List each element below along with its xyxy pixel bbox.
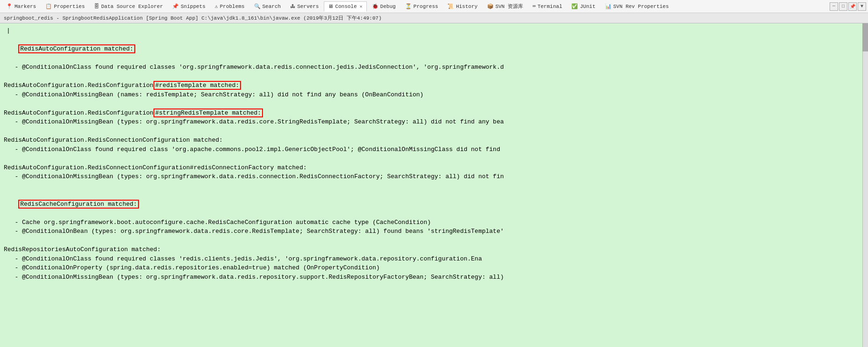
- console-line-8: RedisAutoConfiguration.RedisConfiguratio…: [4, 108, 864, 118]
- menu-button[interactable]: ▼: [858, 2, 866, 11]
- snippets-icon: 📌: [172, 3, 179, 9]
- console-line-23: - @ConditionalOnProperty (spring.data.re…: [4, 263, 864, 273]
- history-icon: 📜: [447, 3, 454, 9]
- minimize-button[interactable]: ─: [830, 2, 838, 11]
- tab-snippets[interactable]: 📌 Snippets: [168, 1, 210, 12]
- tab-servers-label: Servers: [297, 4, 319, 9]
- tab-svn-label: SVN 资源库: [496, 3, 523, 10]
- console-line-9: - @ConditionalOnMissingBean (types: org.…: [4, 117, 864, 127]
- highlight-redis-auto: RedisAutoConfiguration matched:: [18, 44, 135, 53]
- pin-button[interactable]: 📌: [848, 2, 857, 11]
- console-line-12: - @ConditionalOnClass found required cla…: [4, 145, 864, 154]
- console-line-16: [4, 181, 864, 191]
- highlight-string-redis-template: #stringRedisTemplate matched:: [153, 108, 263, 117]
- window-controls: ─ □ 📌 ▼: [830, 2, 866, 11]
- console-line-18: - Cache org.springframework.boot.autocon…: [4, 218, 864, 227]
- console-line-14: RedisAutoConfiguration.RedisConnectionCo…: [4, 163, 864, 173]
- tab-svn[interactable]: 📦 SVN 资源库: [483, 1, 527, 12]
- console-area[interactable]: | RedisAutoConfiguration matched: - @Con…: [0, 23, 868, 347]
- servers-icon: 🖧: [290, 3, 295, 9]
- console-line-5: RedisAutoConfiguration.RedisConfiguratio…: [4, 81, 864, 90]
- console-title-bar: springboot_redis - SpringbootRedisApplic…: [0, 13, 868, 23]
- vertical-scrollbar[interactable]: [862, 23, 868, 347]
- console-line-21: RedisRepositoriesAutoConfiguration match…: [4, 245, 864, 254]
- tab-progress-label: Progress: [414, 4, 438, 9]
- tab-progress[interactable]: ⏳ Progress: [401, 1, 443, 12]
- tab-properties[interactable]: 📋 Properties: [41, 1, 89, 12]
- maximize-button[interactable]: □: [839, 2, 847, 11]
- tab-datasource[interactable]: 🗄 Data Source Explorer: [90, 1, 167, 12]
- console-title: springboot_redis - SpringbootRedisApplic…: [4, 14, 382, 22]
- console-line-19: - @ConditionalOnBean (types: org.springf…: [4, 227, 864, 236]
- tab-servers[interactable]: 🖧 Servers: [286, 1, 323, 12]
- tab-history-label: History: [456, 4, 477, 9]
- problems-icon: ⚠: [215, 3, 218, 9]
- console-line-3: - @ConditionalOnClass found required cla…: [4, 63, 864, 72]
- console-line-22: - @ConditionalOnClass found required cla…: [4, 254, 864, 264]
- tab-datasource-label: Data Source Explorer: [101, 4, 163, 9]
- tab-problems[interactable]: ⚠ Problems: [211, 1, 248, 12]
- tab-debug[interactable]: 🐞 Debug: [368, 1, 400, 12]
- console-line-6: - @ConditionalOnMissingBean (names: redi…: [4, 90, 864, 100]
- tab-problems-label: Problems: [220, 4, 245, 9]
- scroll-thumb[interactable]: [862, 23, 868, 51]
- terminal-icon: ⌨: [532, 3, 536, 9]
- tab-svnrev[interactable]: 📊 SVN Rev Properties: [601, 1, 673, 12]
- tab-console[interactable]: 🖥 Console ✕: [324, 1, 366, 12]
- console-line-15: - @ConditionalOnMissingBean (types: org.…: [4, 172, 864, 181]
- console-line-7: [4, 99, 864, 108]
- console-icon: 🖥: [328, 3, 333, 9]
- tab-svnrev-label: SVN Rev Properties: [613, 4, 669, 9]
- debug-icon: 🐞: [372, 3, 379, 9]
- markers-icon: 📍: [6, 3, 13, 9]
- tab-markers[interactable]: 📍 Markers: [2, 1, 40, 12]
- tab-terminal[interactable]: ⌨ Terminal: [528, 1, 566, 12]
- tab-history[interactable]: 📜 History: [443, 1, 481, 12]
- svnrev-icon: 📊: [605, 3, 612, 9]
- tab-console-label: Console: [335, 4, 357, 9]
- tab-bar: 📍 Markers 📋 Properties 🗄 Data Source Exp…: [0, 0, 868, 13]
- console-line-2: RedisAutoConfiguration matched:: [4, 36, 864, 63]
- cursor-indicator: |: [7, 26, 10, 36]
- tab-debug-label: Debug: [380, 4, 396, 9]
- tab-snippets-label: Snippets: [181, 4, 205, 9]
- highlight-redis-cache: RedisCacheConfiguration matched:: [18, 200, 139, 209]
- console-line-24: - @ConditionalOnMissingBean (types: org.…: [4, 273, 864, 282]
- console-line-4: [4, 72, 864, 81]
- svn-icon: 📦: [487, 3, 494, 9]
- tab-junit[interactable]: ✅ JUnit: [567, 1, 599, 12]
- console-line-1: [4, 26, 864, 36]
- console-line-13: [4, 154, 864, 163]
- console-line-11: RedisAutoConfiguration.RedisConnectionCo…: [4, 136, 864, 145]
- console-line-20: [4, 236, 864, 246]
- tab-search-label: Search: [263, 4, 281, 9]
- console-close-icon[interactable]: ✕: [360, 4, 363, 9]
- tab-terminal-label: Terminal: [538, 4, 562, 9]
- tab-junit-label: JUnit: [580, 4, 595, 9]
- highlight-redis-template: #redisTemplate matched:: [153, 81, 241, 90]
- tab-properties-label: Properties: [54, 4, 85, 9]
- search-icon: 🔍: [254, 3, 261, 9]
- progress-icon: ⏳: [405, 3, 412, 9]
- tab-markers-label: Markers: [15, 4, 36, 9]
- properties-icon: 📋: [45, 3, 52, 9]
- tab-search[interactable]: 🔍 Search: [250, 1, 285, 12]
- datasource-icon: 🗄: [94, 3, 99, 9]
- junit-icon: ✅: [571, 3, 578, 9]
- console-line-17: RedisCacheConfiguration matched:: [4, 190, 864, 218]
- console-line-10: [4, 127, 864, 136]
